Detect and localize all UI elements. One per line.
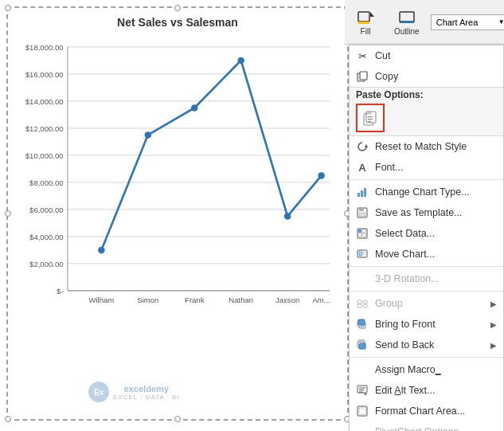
outline-button[interactable]: Outline bbox=[389, 6, 424, 37]
select-data-icon bbox=[354, 226, 370, 241]
svg-rect-62 bbox=[359, 252, 362, 256]
svg-rect-45 bbox=[366, 112, 371, 114]
menu-item-change-chart[interactable]: Change Chart Type... bbox=[350, 182, 503, 202]
separator-4 bbox=[350, 357, 503, 358]
fill-button[interactable]: Fill bbox=[351, 6, 380, 37]
chart-area-label: Chart Area bbox=[436, 18, 479, 27]
3d-rotation-label: 3-D Rotation... bbox=[375, 273, 497, 284]
send-back-label: Send to Back bbox=[375, 339, 487, 351]
svg-text:Simon: Simon bbox=[137, 296, 158, 304]
svg-rect-67 bbox=[357, 304, 361, 308]
chart-area-dropdown[interactable]: Chart Area ▼ bbox=[431, 14, 504, 30]
svg-text:$14,000.00: $14,000.00 bbox=[25, 97, 64, 106]
svg-marker-38 bbox=[370, 12, 374, 17]
assign-macro-icon bbox=[354, 362, 370, 377]
handle-bottom[interactable] bbox=[174, 416, 181, 422]
svg-marker-49 bbox=[365, 144, 368, 147]
menu-item-bring-front[interactable]: Bring to Front ▶ bbox=[350, 314, 503, 335]
menu-item-move-chart[interactable]: Move Chart... bbox=[350, 244, 503, 264]
cut-label: Cut bbox=[375, 50, 497, 61]
separator-1 bbox=[350, 179, 503, 180]
edit-alt-icon bbox=[354, 383, 370, 398]
reset-icon bbox=[354, 139, 370, 154]
copy-icon bbox=[354, 69, 370, 84]
fill-label: Fill bbox=[361, 27, 371, 36]
move-chart-label: Move Chart... bbox=[375, 249, 497, 260]
menu-item-select-data[interactable]: Select Data... bbox=[350, 223, 503, 244]
change-chart-label: Change Chart Type... bbox=[375, 186, 497, 198]
svg-point-26 bbox=[284, 213, 291, 220]
svg-point-25 bbox=[237, 57, 244, 65]
bring-front-arrow-icon: ▶ bbox=[490, 320, 497, 329]
separator-3 bbox=[350, 291, 503, 292]
svg-point-24 bbox=[191, 104, 198, 112]
svg-rect-65 bbox=[357, 300, 361, 304]
separator-2 bbox=[350, 266, 503, 267]
chart-svg: $18,000.00 $16,000.00 $14,000.00 $12,000… bbox=[16, 35, 339, 306]
save-template-label: Save as Template... bbox=[375, 207, 497, 218]
dropdown-arrow-icon: ▼ bbox=[498, 18, 504, 25]
svg-rect-42 bbox=[360, 72, 367, 80]
menu-item-3d-rotation: 3-D Rotation... bbox=[350, 268, 503, 289]
svg-text:$12,000.00: $12,000.00 bbox=[25, 124, 64, 133]
handle-bottom-left[interactable] bbox=[5, 416, 11, 422]
reset-label: Reset to Match Style bbox=[375, 141, 497, 152]
menu-item-reset[interactable]: Reset to Match Style bbox=[350, 136, 503, 157]
svg-rect-71 bbox=[358, 319, 365, 325]
svg-rect-59 bbox=[358, 233, 361, 237]
svg-rect-81 bbox=[359, 408, 365, 414]
chart-area: $18,000.00 $16,000.00 $14,000.00 $12,000… bbox=[16, 35, 339, 338]
handle-top-left[interactable] bbox=[5, 5, 11, 11]
cut-icon: ✂ bbox=[354, 49, 370, 63]
svg-point-22 bbox=[98, 247, 105, 254]
svg-text:$4,000.00: $4,000.00 bbox=[29, 233, 63, 241]
watermark-brand: exceldemy bbox=[113, 384, 180, 394]
svg-point-27 bbox=[318, 172, 325, 179]
outline-icon bbox=[397, 8, 416, 27]
assign-macro-label: Assign Macro_ bbox=[375, 364, 497, 375]
send-back-arrow-icon: ▶ bbox=[490, 341, 497, 350]
group-icon bbox=[354, 296, 370, 311]
outline-label: Outline bbox=[394, 27, 420, 36]
menu-item-group: Group ▶ bbox=[350, 293, 503, 314]
toolbar: Fill Outline Chart Area ▼ bbox=[345, 0, 504, 45]
menu-item-assign-macro[interactable]: Assign Macro_ bbox=[350, 359, 503, 380]
svg-rect-37 bbox=[358, 22, 369, 24]
svg-text:Wilham: Wilham bbox=[88, 296, 114, 304]
font-label: Font... bbox=[375, 162, 497, 173]
svg-rect-36 bbox=[358, 12, 369, 22]
copy-label: Copy bbox=[375, 71, 497, 82]
menu-item-cut[interactable]: ✂ Cut bbox=[350, 45, 503, 66]
font-icon: A bbox=[354, 160, 370, 174]
svg-rect-51 bbox=[361, 190, 363, 197]
watermark: Ex exceldemy EXCEL · DATA · BI bbox=[88, 381, 180, 403]
svg-rect-54 bbox=[359, 208, 364, 211]
handle-left[interactable] bbox=[5, 210, 11, 217]
svg-rect-52 bbox=[364, 188, 366, 197]
handle-top[interactable] bbox=[174, 5, 181, 11]
format-chart-icon bbox=[354, 404, 370, 418]
menu-item-format-chart[interactable]: Format Chart Area... bbox=[350, 401, 503, 421]
chart-container: Net Sales vs Salesman $18,000.00 $16,000… bbox=[6, 6, 349, 421]
format-chart-label: Format Chart Area... bbox=[375, 406, 497, 417]
right-panel: Fill Outline Chart Area ▼ ✂ Cut bbox=[345, 0, 504, 3]
menu-item-save-template[interactable]: Save as Template... bbox=[350, 202, 503, 223]
svg-text:Nathan: Nathan bbox=[229, 296, 253, 304]
menu-item-edit-alt[interactable]: Edit Alt Text... bbox=[350, 380, 503, 401]
svg-rect-50 bbox=[357, 193, 360, 197]
menu-item-send-back[interactable]: Send to Back ▶ bbox=[350, 335, 503, 355]
svg-text:$8,000.00: $8,000.00 bbox=[29, 178, 63, 187]
svg-rect-57 bbox=[358, 229, 361, 233]
fill-icon bbox=[356, 8, 375, 27]
svg-text:$6,000.00: $6,000.00 bbox=[29, 206, 63, 214]
menu-item-copy[interactable]: Copy bbox=[350, 66, 503, 87]
svg-text:Am...: Am... bbox=[312, 296, 330, 304]
svg-rect-40 bbox=[400, 21, 414, 23]
menu-item-font[interactable]: A Font... bbox=[350, 157, 503, 178]
group-label: Group bbox=[375, 298, 487, 309]
svg-text:$18,000.00: $18,000.00 bbox=[25, 43, 64, 52]
save-template-icon bbox=[354, 206, 370, 220]
menu-item-pivot-chart: PivotChart Options... bbox=[350, 421, 503, 431]
paste-button[interactable] bbox=[356, 104, 385, 132]
svg-rect-58 bbox=[362, 229, 365, 233]
